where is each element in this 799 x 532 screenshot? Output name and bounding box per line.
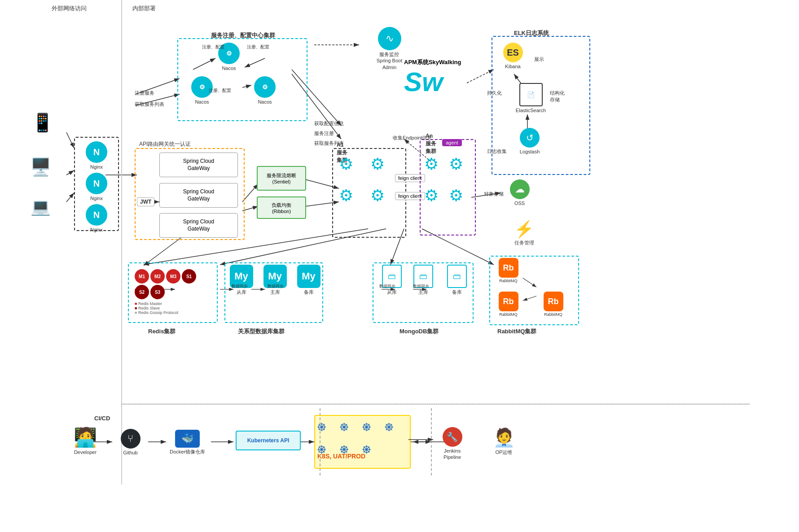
mongo-backup-label: 备库	[452, 289, 462, 295]
service-register-label: 服务注册	[314, 130, 334, 137]
nacos-label-left: Nacos	[195, 99, 209, 105]
sentiel-box: 服务限流熔断 (Sentiel)	[257, 166, 306, 191]
docker-node: 🐳 Docker镜像仓库	[168, 430, 206, 455]
ribbon-label: 负载均衡 (Ribbon)	[272, 202, 291, 214]
svg-line-3	[66, 170, 74, 175]
mongo-master-label: 主库	[418, 289, 428, 295]
rabbitmq-label-3: RabbitMQ	[544, 312, 562, 318]
jwt-label: JWT	[137, 197, 154, 206]
redis-s3: S3	[150, 285, 165, 299]
op-icon: 🧑‍💼	[493, 427, 515, 448]
rabbitmq-icon-3: Rb	[544, 292, 563, 311]
op-node: 🧑‍💼 OP运维	[487, 427, 521, 455]
oss-label: OSS	[514, 200, 525, 206]
gateway-cluster-label: API路由网关统一认证	[139, 140, 191, 148]
a1-gear-3: ⚙	[339, 186, 353, 205]
gateway-label-2: Spring Cloud GateWay	[183, 188, 214, 202]
collect-endpoint-label: 收集Endpoint信息	[393, 135, 432, 141]
a1-gear-2: ⚙	[370, 155, 385, 174]
nginx-node-2: N Nginx	[79, 173, 114, 201]
get-service-list-2: 获取配置信息	[314, 120, 344, 127]
gateway-label-3: Spring Cloud GateWay	[183, 218, 214, 232]
jenkins-icon: 🔧	[443, 427, 462, 447]
rabbitmq-icon-1: Rb	[499, 258, 518, 278]
redis-s2: S2	[135, 285, 149, 299]
task-label: 任务管理	[514, 240, 534, 246]
display-label: 展示	[534, 56, 544, 63]
jenkins-label: Jenkins Pipeline	[443, 448, 461, 461]
kubernetes-label: Kuberneters API	[247, 437, 290, 444]
nginx-label-1: Nginx	[90, 164, 103, 170]
task-node: ⚡ 任务管理	[507, 220, 541, 246]
github-icon: ⑂	[121, 429, 140, 449]
elasticsearch-label: ElasticSearch	[516, 107, 546, 113]
mongo-sync-1: 数据同步	[379, 283, 395, 289]
persist-label: 持久化	[487, 90, 502, 96]
svg-line-8	[242, 206, 258, 211]
jenkins-node: 🔧 Jenkins Pipeline	[433, 427, 471, 461]
skywalking-logo: Sw	[404, 69, 461, 96]
mysql-icon-backup: My	[297, 265, 320, 288]
nginx-icon-1: N	[86, 141, 107, 163]
kibana-icon: ES	[503, 43, 523, 62]
task-icon: ⚡	[514, 220, 534, 239]
k8s-icon-4: ⎈	[385, 418, 393, 435]
mysql-backup-label: 备库	[304, 289, 314, 295]
developer-label: Developer	[74, 449, 97, 455]
get-service-list-3: 获取服务列表	[314, 140, 344, 147]
mobile-device: 📱	[27, 112, 58, 133]
redis-inner: M1 M2 M3 S1 S2 S3 ■ Redis Master ■ Redis…	[132, 267, 213, 315]
redis-s1: S1	[182, 269, 196, 283]
nginx-node-3: N Nginx	[79, 204, 114, 233]
internal-label: 内部部署	[132, 4, 156, 13]
an-gear-4: ⚙	[449, 186, 463, 205]
nginx-label-2: Nginx	[90, 195, 103, 201]
nacos-label-top: Nacos	[222, 65, 236, 71]
a1-gear-1: ⚙	[339, 155, 353, 174]
spring-boot-label: 服务监控 Spring Boot Admin	[377, 51, 402, 70]
mysql-master-label: 主库	[270, 289, 280, 295]
rabbitmq-cluster-label: RabbitMQ集群	[497, 327, 536, 336]
rabbitmq-1: Rb RabbitMQ	[494, 258, 523, 284]
nacos-anno-2: 注册、配置	[247, 44, 269, 50]
gateway-box-2: Spring Cloud GateWay	[159, 183, 238, 208]
rabbitmq-2: Rb RabbitMQ	[494, 292, 523, 318]
apm-area: APM系统SkyWalking Sw	[404, 58, 461, 96]
get-service-list-label: 获取服务列表	[135, 101, 164, 108]
kubernetes-api-box: Kuberneters API	[236, 431, 301, 450]
ribbon-box: 负载均衡 (Ribbon)	[257, 196, 306, 219]
spring-boot-icon: ∿	[378, 27, 401, 50]
docker-icon: 🐳	[175, 430, 200, 448]
elasticsearch-node: 📄 ElasticSearch	[512, 83, 550, 113]
oss-icon: ☁	[510, 179, 530, 199]
svg-line-2	[66, 132, 74, 148]
nginx-node-1: N Nginx	[79, 141, 114, 170]
mongo-backup: 🗃 备库	[442, 265, 471, 295]
agent-badge: agent	[442, 139, 462, 146]
k8s-icon-3: ⎈	[362, 418, 371, 435]
rabbitmq-label-1: RabbitMQ	[499, 279, 518, 284]
docker-label: Docker镜像仓库	[170, 449, 205, 455]
elasticsearch-icon: 📄	[519, 83, 543, 106]
mongodb-cluster-label: MongoDB集群	[400, 327, 439, 336]
desktop-icon: 🖥️	[30, 157, 51, 177]
apm-label: APM系统SkyWalking	[404, 58, 461, 66]
nginx-icon-3: N	[86, 204, 107, 226]
log-collect-label: 日志收集	[487, 148, 507, 155]
developer-icon: 🧑‍💻	[74, 426, 97, 448]
diagram-container: 外部网络访问 内部部署 📱 🖥️ 💻 N Nginx N Nginx N Ngi…	[0, 0, 799, 532]
an-gear-1: ⚙	[424, 155, 439, 174]
logstash-icon: ↺	[520, 128, 540, 148]
redis-m1: M1	[135, 269, 149, 283]
rabbitmq-3: Rb RabbitMQ	[539, 292, 568, 318]
kibana-label: Kibana	[505, 63, 520, 70]
oss-node: ☁ OSS	[503, 179, 536, 206]
k8s-icon-2: ⎈	[340, 418, 348, 435]
logstash-node: ↺ Logstash	[512, 128, 548, 155]
svg-line-23	[467, 70, 494, 83]
mysql-slave: My 从库	[227, 265, 256, 295]
redis-cluster-label: Redis集群	[148, 327, 176, 336]
mysql-sync-1: 数据同步	[232, 283, 248, 289]
cicd-divider	[121, 404, 750, 405]
k8s-prod-label: K8S, UAT/PROD	[317, 453, 365, 460]
